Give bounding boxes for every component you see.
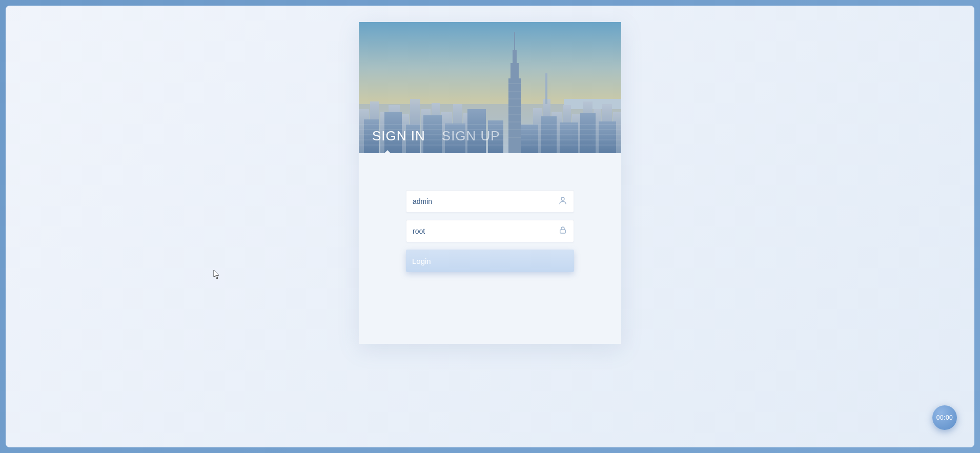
svg-rect-33 — [580, 113, 596, 153]
page-frame: SIGN IN SIGN UP — [6, 6, 974, 447]
lock-icon — [558, 225, 567, 237]
username-row — [406, 190, 574, 213]
svg-rect-30 — [521, 125, 538, 153]
auth-tabs: SIGN IN SIGN UP — [372, 128, 500, 144]
svg-rect-52 — [545, 73, 547, 104]
timer-badge[interactable]: 00:00 — [932, 405, 957, 430]
password-row — [406, 220, 574, 242]
login-form: Login — [359, 153, 621, 344]
svg-rect-43 — [514, 32, 515, 53]
login-button[interactable]: Login — [406, 250, 574, 272]
mouse-cursor — [213, 270, 220, 280]
user-icon — [558, 196, 567, 207]
username-input[interactable] — [413, 197, 558, 205]
login-card: SIGN IN SIGN UP — [359, 22, 621, 344]
svg-rect-41 — [511, 63, 519, 84]
timer-value: 00:00 — [936, 414, 953, 421]
svg-rect-32 — [560, 122, 578, 153]
svg-rect-34 — [599, 121, 616, 153]
svg-rect-54 — [560, 230, 566, 233]
hero-image: SIGN IN SIGN UP — [359, 22, 621, 153]
tab-sign-in[interactable]: SIGN IN — [372, 128, 425, 144]
tab-sign-up[interactable]: SIGN UP — [442, 128, 500, 144]
password-input[interactable] — [413, 227, 558, 235]
svg-rect-40 — [508, 78, 521, 153]
svg-point-53 — [561, 197, 564, 200]
